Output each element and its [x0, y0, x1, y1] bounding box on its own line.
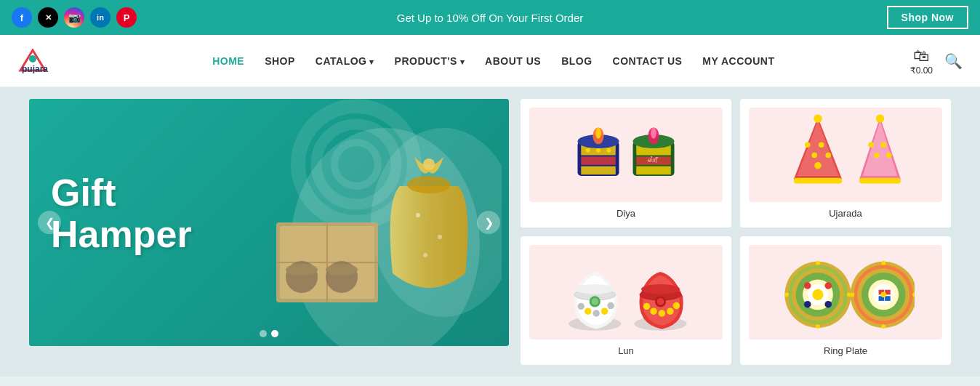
- svg-rect-99: [885, 296, 891, 301]
- nav-blog[interactable]: BLOG: [561, 55, 592, 67]
- lun-product-svg: [557, 251, 695, 334]
- ujarada-product-svg: [776, 113, 915, 197]
- svg-point-14: [326, 264, 358, 276]
- nav-catalog[interactable]: CATALOG: [316, 55, 374, 67]
- svg-rect-45: [794, 177, 843, 183]
- svg-point-18: [438, 235, 442, 239]
- svg-point-57: [576, 284, 614, 294]
- svg-point-19: [423, 253, 427, 257]
- svg-point-87: [816, 324, 820, 329]
- svg-rect-23: [581, 166, 616, 174]
- svg-point-69: [650, 307, 657, 315]
- svg-point-36: [651, 127, 656, 138]
- svg-point-64: [592, 298, 599, 305]
- top-bar: f ✕ 📷 in P Get Up to 10% Off On Your Fir…: [0, 0, 980, 35]
- svg-rect-22: [581, 156, 616, 164]
- hero-dot-1[interactable]: [260, 330, 267, 337]
- svg-point-26: [595, 127, 601, 138]
- svg-point-58: [578, 302, 585, 310]
- hero-product-image: [182, 113, 502, 346]
- svg-point-41: [811, 152, 817, 158]
- svg-point-49: [868, 142, 874, 148]
- svg-marker-48: [863, 121, 898, 176]
- svg-text:pujara: pujara: [22, 64, 48, 73]
- nav-products[interactable]: PRODUCT'S: [395, 55, 465, 67]
- nav-right: 🛍 ₹0.00 🔍: [910, 47, 963, 76]
- social-icons: f ✕ 📷 in P: [12, 7, 137, 28]
- svg-point-100: [880, 291, 886, 297]
- svg-point-42: [819, 142, 824, 148]
- shop-now-button[interactable]: Shop Now: [887, 6, 968, 29]
- svg-point-44: [814, 162, 822, 169]
- svg-point-62: [607, 302, 614, 309]
- svg-point-60: [593, 310, 600, 317]
- main-content: Gift Hamper: [0, 87, 980, 377]
- promo-text: Get Up to 10% Off On Your First Order: [397, 12, 584, 24]
- ringplate-image: [749, 245, 942, 339]
- svg-point-68: [643, 302, 651, 310]
- svg-point-40: [805, 142, 811, 148]
- svg-point-15: [407, 176, 451, 193]
- svg-point-71: [667, 307, 674, 315]
- svg-point-51: [880, 142, 886, 148]
- svg-point-28: [596, 148, 601, 153]
- svg-point-16: [423, 158, 435, 170]
- ujarada-image: [749, 108, 942, 202]
- linkedin-icon[interactable]: in: [90, 7, 111, 28]
- nav-home[interactable]: HOME: [212, 55, 244, 67]
- svg-point-86: [816, 260, 820, 265]
- cart-price: ₹0.00: [910, 65, 933, 76]
- pinterest-icon[interactable]: P: [116, 7, 137, 28]
- nav-shop[interactable]: SHOP: [265, 55, 295, 67]
- svg-point-29: [606, 148, 611, 153]
- hero-dots: [260, 330, 278, 337]
- svg-point-46: [814, 114, 822, 122]
- svg-point-43: [825, 152, 831, 158]
- svg-point-83: [825, 282, 832, 289]
- nav-account[interactable]: MY ACCOUNT: [702, 55, 774, 67]
- nav-contact[interactable]: CONTACT US: [613, 55, 683, 67]
- cart-button[interactable]: 🛍 ₹0.00: [910, 47, 933, 76]
- hero-background: Gift Hamper: [29, 99, 509, 346]
- hero-prev-button[interactable]: ❮: [38, 211, 61, 234]
- product-grid: ஸ்ரீ Diya: [521, 99, 951, 365]
- ringplate-label: Ring Plate: [824, 345, 867, 356]
- ujarada-label: Ujarada: [829, 208, 862, 219]
- nav-links: HOME SHOP CATALOG PRODUCT'S ABOUT US BLO…: [77, 55, 910, 67]
- product-card-lun[interactable]: Lun: [521, 236, 731, 365]
- hero-title-line1: Gift: [51, 172, 192, 214]
- svg-rect-33: [636, 166, 671, 174]
- search-icon[interactable]: 🔍: [944, 52, 963, 70]
- svg-point-70: [659, 310, 666, 317]
- svg-point-61: [601, 307, 609, 315]
- lun-label: Lun: [618, 345, 634, 356]
- product-card-ringplate[interactable]: Ring Plate: [740, 236, 951, 365]
- svg-point-12: [286, 264, 318, 276]
- x-twitter-icon[interactable]: ✕: [38, 7, 58, 28]
- svg-rect-53: [859, 177, 901, 183]
- svg-point-27: [586, 148, 590, 153]
- svg-point-50: [874, 152, 880, 158]
- svg-text:ஸ்ரீ: ஸ்ரீ: [648, 156, 659, 164]
- lun-image: [529, 245, 723, 339]
- logo[interactable]: pujara: [17, 49, 48, 73]
- svg-point-74: [657, 298, 664, 305]
- instagram-icon[interactable]: 📷: [64, 7, 84, 28]
- nav-about[interactable]: ABOUT US: [485, 55, 541, 67]
- navbar: pujara HOME SHOP CATALOG PRODUCT'S ABOUT…: [0, 35, 980, 87]
- diya-image: ஸ்ரீ: [529, 108, 723, 202]
- ringplate-product-svg: [776, 251, 915, 334]
- svg-point-82: [804, 282, 811, 289]
- hero-dot-2[interactable]: [271, 330, 278, 337]
- facebook-icon[interactable]: f: [12, 7, 32, 28]
- hero-next-button[interactable]: ❯: [477, 211, 500, 234]
- svg-point-85: [825, 300, 832, 307]
- hero-text: Gift Hamper: [51, 172, 192, 255]
- product-card-ujarada[interactable]: Ujarada: [740, 99, 951, 228]
- cart-icon: 🛍: [913, 47, 929, 65]
- product-card-diya[interactable]: ஸ்ரீ Diya: [521, 99, 731, 228]
- hero-title-line2: Hamper: [51, 214, 192, 256]
- svg-point-54: [876, 114, 884, 122]
- diya-product-svg: ஸ்ரீ: [557, 113, 695, 197]
- hero-slider: Gift Hamper: [29, 99, 509, 346]
